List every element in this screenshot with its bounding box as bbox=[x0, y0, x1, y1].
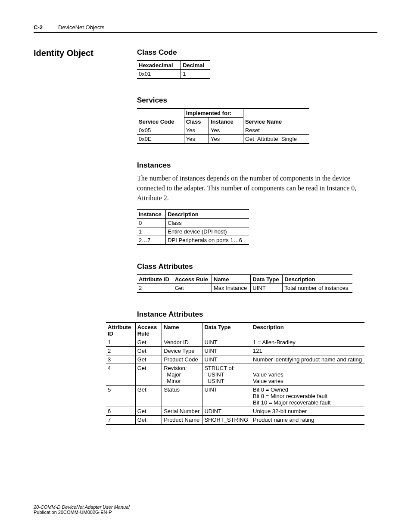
td: 0x01 bbox=[137, 70, 181, 79]
th: Name bbox=[212, 275, 251, 284]
th-class: Class bbox=[184, 118, 209, 126]
td: Product Code bbox=[162, 355, 202, 364]
td: 1 bbox=[106, 338, 135, 346]
td: Yes bbox=[209, 135, 243, 144]
td: Get bbox=[135, 355, 162, 364]
td: Bit 0 = Owned Bit 8 = Minor recoverable … bbox=[251, 385, 364, 407]
th: Name bbox=[162, 323, 202, 338]
th: Description bbox=[251, 323, 364, 338]
class-code-table: Hexadecimal Decimal 0x01 1 bbox=[137, 60, 210, 79]
td: 1 bbox=[137, 227, 166, 236]
th: Description bbox=[283, 275, 352, 284]
th: Data Type bbox=[202, 323, 251, 338]
td: 7 bbox=[106, 415, 135, 424]
th: Access Rule bbox=[135, 323, 162, 338]
td: DPI Peripherals on ports 1…6 bbox=[166, 236, 249, 245]
td: Total number of instances bbox=[283, 283, 352, 292]
th-description: Description bbox=[166, 210, 249, 219]
th-service-code: Service Code bbox=[137, 109, 184, 126]
td: 0 bbox=[137, 218, 166, 227]
td: SHORT_STRING bbox=[202, 415, 251, 424]
chapter-title: DeviceNet Objects bbox=[58, 24, 105, 31]
td: 2 bbox=[137, 283, 173, 292]
td: UINT bbox=[202, 346, 251, 355]
th-implemented-for: Implemented for: bbox=[184, 109, 243, 118]
th: Attribute ID bbox=[137, 275, 173, 284]
th: Data Type bbox=[251, 275, 283, 284]
th: Attribute ID bbox=[106, 323, 135, 338]
td: Unique 32-bit number bbox=[251, 407, 364, 415]
td: 0x05 bbox=[137, 126, 184, 135]
section-title: Identity Object bbox=[34, 48, 137, 58]
instance-attributes-heading: Instance Attributes bbox=[137, 310, 377, 319]
td: UINT bbox=[202, 338, 251, 346]
td: Get bbox=[135, 338, 162, 346]
td: Get bbox=[135, 346, 162, 355]
td: STRUCT of: USINT USINT bbox=[202, 364, 251, 385]
td: 2…7 bbox=[137, 236, 166, 245]
td: Get bbox=[135, 415, 162, 424]
td: Yes bbox=[184, 135, 209, 144]
td: 1 bbox=[181, 70, 210, 79]
td: Entire device (DPI host) bbox=[166, 227, 249, 236]
td: Product name and rating bbox=[251, 415, 364, 424]
td: Yes bbox=[209, 126, 243, 135]
instances-table: Instance Description 0 Class 1 Entire de… bbox=[137, 209, 249, 245]
th-service-name: Service Name bbox=[243, 109, 309, 126]
td: UINT bbox=[202, 385, 251, 407]
td: UINT bbox=[202, 355, 251, 364]
th: Access Rule bbox=[173, 275, 212, 284]
class-attributes-heading: Class Attributes bbox=[137, 262, 377, 271]
td: 1 = Allen-Bradley bbox=[251, 338, 364, 346]
td: 0x0E bbox=[137, 135, 184, 144]
td: Number identifying product name and rati… bbox=[251, 355, 364, 364]
td: UDINT bbox=[202, 407, 251, 415]
td: Get bbox=[173, 283, 212, 292]
td: Value varies Value varies bbox=[251, 364, 364, 385]
th-instance: Instance bbox=[137, 210, 166, 219]
td: Get_Attribute_Single bbox=[243, 135, 309, 144]
td: Status bbox=[162, 385, 202, 407]
td: Get bbox=[135, 407, 162, 415]
instances-paragraph: The number of instances depends on the n… bbox=[137, 173, 377, 203]
td: 5 bbox=[106, 385, 135, 407]
td: Class bbox=[166, 218, 249, 227]
td: 121 bbox=[251, 346, 364, 355]
td: 4 bbox=[106, 364, 135, 385]
td: Yes bbox=[184, 126, 209, 135]
td: Product Name bbox=[162, 415, 202, 424]
td: Get bbox=[135, 364, 162, 385]
td: UINT bbox=[251, 283, 283, 292]
td: Serial Number bbox=[162, 407, 202, 415]
class-code-heading: Class Code bbox=[137, 48, 377, 57]
th-dec: Decimal bbox=[181, 61, 210, 70]
instances-heading: Instances bbox=[137, 161, 377, 170]
services-heading: Services bbox=[137, 96, 377, 105]
td: 3 bbox=[106, 355, 135, 364]
class-attributes-table: Attribute ID Access Rule Name Data Type … bbox=[137, 274, 352, 293]
td: Get bbox=[135, 385, 162, 407]
td: Max Instance bbox=[212, 283, 251, 292]
services-table: Service Code Implemented for: Service Na… bbox=[137, 108, 309, 144]
page-header: C-2 DeviceNet Objects bbox=[34, 24, 377, 33]
instance-attributes-table: Attribute ID Access Rule Name Data Type … bbox=[106, 322, 364, 425]
th-instance: Instance bbox=[209, 118, 243, 126]
td: 2 bbox=[106, 346, 135, 355]
td: Device Type bbox=[162, 346, 202, 355]
td: Revision: Major Minor bbox=[162, 364, 202, 385]
td: Vendor ID bbox=[162, 338, 202, 346]
td: Reset bbox=[243, 126, 309, 135]
page-number: C-2 bbox=[34, 24, 43, 31]
td: 6 bbox=[106, 407, 135, 415]
th-hex: Hexadecimal bbox=[137, 61, 181, 70]
